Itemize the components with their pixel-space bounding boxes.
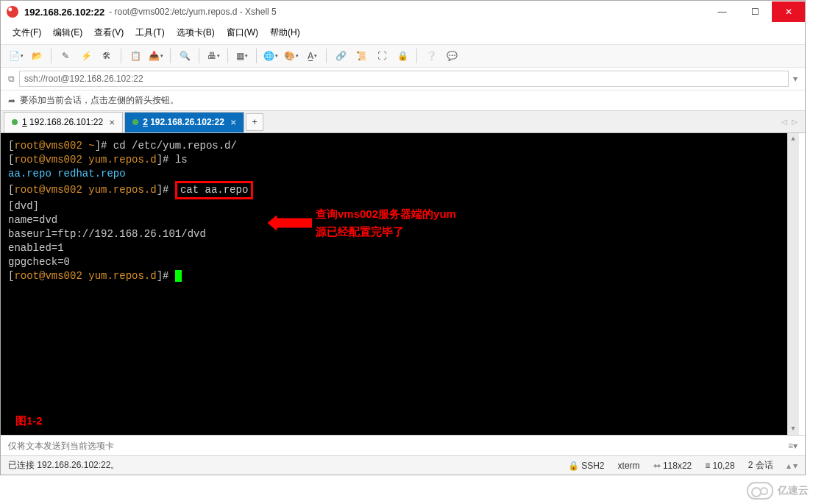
scroll-down-icon[interactable]: ▼ <box>787 423 799 435</box>
help-icon[interactable]: ❔ <box>423 48 439 64</box>
properties-icon[interactable]: 🛠 <box>99 48 115 64</box>
annotation-line-1: 查询vms002服务器端的yum <box>316 207 456 221</box>
status-sessions: 2 会话 <box>748 459 773 472</box>
scroll-up-icon[interactable]: ▲ <box>787 133 799 145</box>
menu-window[interactable]: 窗口(W) <box>222 24 263 41</box>
menu-tools[interactable]: 工具(T) <box>131 24 168 41</box>
link-icon[interactable]: 🔗 <box>333 48 349 64</box>
status-cursor-pos: ≡ 10,28 <box>705 461 734 471</box>
menu-help[interactable]: 帮助(H) <box>266 24 305 41</box>
send-text-input[interactable] <box>8 441 784 451</box>
window-title-main: 192.168.26.102:22 <box>24 7 104 18</box>
lock-icon[interactable]: 🔒 <box>394 48 411 64</box>
chat-icon[interactable]: 💬 <box>444 48 460 64</box>
fullscreen-icon[interactable]: ⛶ <box>374 48 390 64</box>
term-line: aa.repo redhat.repo <box>8 167 780 181</box>
menu-tabs[interactable]: 选项卡(B) <box>172 24 219 41</box>
new-session-icon[interactable]: 📄▾ <box>8 48 24 64</box>
term-line: gpgcheck=0 <box>8 255 780 269</box>
color-icon[interactable]: 🎨▾ <box>283 48 299 64</box>
term-line: [root@vms002 yum.repos.d]# ls <box>8 153 780 167</box>
address-scheme-icon: ⧉ <box>8 74 15 84</box>
open-icon[interactable]: 📂 <box>29 48 45 64</box>
status-termtype: xterm <box>618 461 640 471</box>
address-url-field[interactable]: ssh://root@192.168.26.102:22 <box>19 71 789 87</box>
tabstrip: 1 192.168.26.101:22 ✕ 2 192.168.26.102:2… <box>1 111 805 133</box>
tab-scroll-left-icon[interactable]: ◁ <box>781 118 787 126</box>
cursor-icon <box>175 270 182 282</box>
terminal[interactable]: [root@vms002 ~]# cd /etc/yum.repos.d/ [r… <box>1 133 799 435</box>
copy-icon[interactable]: 📋 <box>127 48 143 64</box>
menu-file[interactable]: 文件(F) <box>8 24 46 41</box>
addressbar: ⧉ ssh://root@192.168.26.102:22 ▾ <box>1 68 805 90</box>
toolbar: 📄▾ 📂 ✎ ⚡ 🛠 📋 📥▾ 🔍 🖶▾ ▦▾ 🌐▾ 🎨▾ A̲▾ 🔗 📜 ⛶ … <box>1 44 805 68</box>
menu-view[interactable]: 查看(V) <box>90 24 128 41</box>
status-connection: 已连接 192.168.26.102:22。 <box>8 459 555 472</box>
maximize-button[interactable]: ☐ <box>739 1 772 22</box>
paste-icon[interactable]: 📥▾ <box>148 48 164 64</box>
annotation-line-2: 源已经配置完毕了 <box>316 224 404 238</box>
term-line: [root@vms002 yum.repos.d]# <box>8 269 780 283</box>
scrollbar-vertical[interactable]: ▲ ▼ <box>787 133 799 435</box>
term-line: [root@vms002 yum.repos.d]# cat aa.repo <box>8 181 780 199</box>
tab-session-2[interactable]: 2 192.168.26.102:22 ✕ <box>124 112 244 132</box>
highlight-box: cat aa.repo <box>175 181 253 199</box>
menubar: 文件(F) 编辑(E) 查看(V) 工具(T) 选项卡(B) 窗口(W) 帮助(… <box>1 23 805 44</box>
app-icon <box>7 6 18 18</box>
term-line: enabled=1 <box>8 241 780 255</box>
lock-icon: 🔒 <box>568 461 579 471</box>
term-line: [root@vms002 ~]# cd /etc/yum.repos.d/ <box>8 139 780 153</box>
send-menu-icon[interactable]: ≡▾ <box>788 441 798 451</box>
status-dot-icon <box>132 119 138 125</box>
status-size: ⇿ 118x22 <box>653 461 692 471</box>
find-icon[interactable]: 🔍 <box>177 48 193 64</box>
globe-icon[interactable]: 🌐▾ <box>263 48 279 64</box>
minimize-button[interactable]: — <box>706 1 739 22</box>
close-button[interactable]: ✕ <box>772 1 805 22</box>
close-tab-icon[interactable]: ✕ <box>109 118 115 127</box>
hint-arrow-icon[interactable]: ➦ <box>8 96 15 106</box>
annotation-arrow-icon <box>268 216 312 235</box>
status-dot-icon <box>12 119 18 125</box>
tab-scroll-right-icon[interactable]: ▷ <box>792 118 798 126</box>
statusbar: 已连接 192.168.26.102:22。 🔒 SSH2 xterm ⇿ 11… <box>1 455 805 475</box>
layout-icon[interactable]: ▦▾ <box>234 48 250 64</box>
tab-session-1[interactable]: 1 192.168.26.101:22 ✕ <box>4 112 123 132</box>
hint-text: 要添加当前会话，点击左侧的箭头按钮。 <box>20 94 179 107</box>
sendbar: ≡▾ <box>1 435 805 455</box>
titlebar: 192.168.26.102:22 - root@vms002:/etc/yum… <box>1 1 805 23</box>
menu-edit[interactable]: 编辑(E) <box>49 24 87 41</box>
status-proto: 🔒 SSH2 <box>568 461 605 471</box>
disconnect-icon[interactable]: ⚡ <box>78 48 94 64</box>
window-title-sub: - root@vms002:/etc/yum.repos.d - Xshell … <box>109 7 277 17</box>
address-dropdown-icon[interactable]: ▾ <box>793 74 798 84</box>
hintbar: ➦ 要添加当前会话，点击左侧的箭头按钮。 <box>1 90 805 111</box>
print-icon[interactable]: 🖶▾ <box>205 48 221 64</box>
close-tab-icon[interactable]: ✕ <box>230 118 236 127</box>
font-icon[interactable]: A̲▾ <box>304 48 320 64</box>
figure-label: 图1-2 <box>15 414 43 427</box>
add-tab-button[interactable]: ＋ <box>246 113 263 131</box>
script-icon[interactable]: 📜 <box>353 48 369 64</box>
sessions-menu-icon[interactable]: ▴ ▾ <box>787 461 798 471</box>
reconnect-icon[interactable]: ✎ <box>57 48 74 64</box>
